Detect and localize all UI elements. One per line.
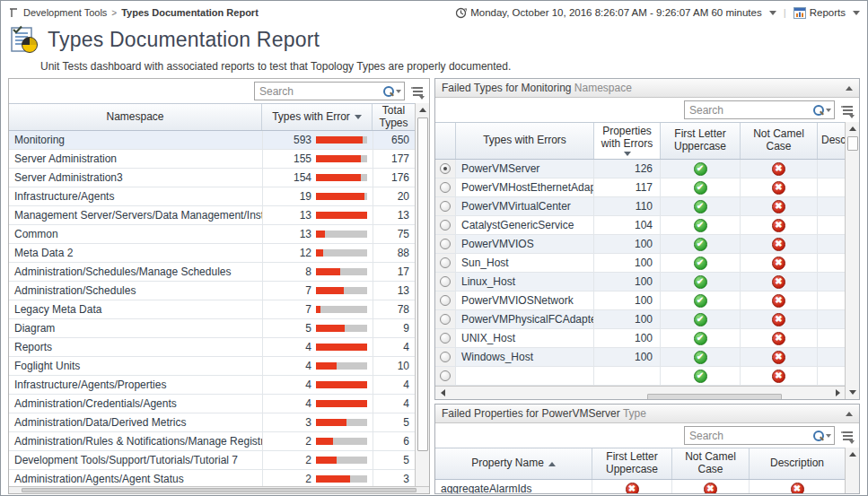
table-row[interactable]: Administration/Schedules/Manage Schedule…	[9, 263, 415, 282]
namespace-table-vscrollbar[interactable]	[415, 103, 429, 486]
scroll-left-icon[interactable]	[435, 387, 450, 400]
table-row[interactable]: Administration/Credentials/Agents44	[9, 395, 415, 413]
table-row[interactable]: Sun_Host100	[435, 254, 845, 273]
search-options-icon[interactable]	[826, 109, 831, 112]
panel-title-text: Failed Properties for PowerVMServer	[442, 407, 620, 420]
column-header-namespace[interactable]: Namespace	[9, 104, 262, 130]
error-ratio-bar-fill	[316, 249, 323, 257]
table-row[interactable]: Management Server/Servers/Data Managemen…	[9, 206, 415, 225]
row-radio[interactable]	[440, 220, 451, 231]
scrollbar-thumb[interactable]	[417, 117, 428, 451]
table-row[interactable]: Reports44	[9, 338, 415, 357]
failed-properties-vscrollbar[interactable]	[845, 448, 859, 493]
sort-asc-icon	[548, 462, 556, 466]
table-row[interactable]: PowerVMPhysicalFCAdapter100	[435, 310, 845, 329]
row-radio[interactable]	[440, 239, 451, 249]
errors-value: 7	[305, 303, 311, 316]
pass-icon	[694, 162, 707, 176]
table-customizer-icon[interactable]	[841, 430, 855, 442]
table-row[interactable]: PowerVMVIOSNetwork100	[435, 292, 845, 310]
first-letter-uppercase-cell	[661, 367, 741, 385]
table-row[interactable]: aggregateAlarmIds	[435, 480, 845, 493]
scrollbar-thumb[interactable]	[847, 136, 858, 151]
row-radio[interactable]	[440, 295, 451, 306]
search-icon[interactable]	[382, 86, 393, 97]
table-row[interactable]: PowerVMVirtualCenter110	[435, 197, 845, 216]
reports-menu[interactable]: Reports	[793, 7, 860, 19]
scroll-down-icon[interactable]	[846, 386, 860, 399]
errors-value: 8	[305, 265, 311, 278]
table-row[interactable]: Server Administration155177	[9, 150, 415, 169]
time-range-selector[interactable]: Monday, October 10, 2016 8:26:07 AM - 9:…	[455, 7, 776, 19]
column-header-first-letter-uppercase[interactable]: First Letter Uppercase	[592, 448, 672, 479]
search-input[interactable]	[689, 104, 812, 117]
failed-types-hscrollbar[interactable]	[435, 386, 845, 399]
scroll-up-icon[interactable]	[846, 448, 860, 461]
failed-types-vscrollbar[interactable]	[845, 122, 859, 399]
select-cell	[435, 273, 456, 291]
search-options-icon[interactable]	[826, 434, 831, 438]
column-header-not-camel-case[interactable]: Not Camel Case	[741, 123, 818, 159]
table-customizer-icon[interactable]	[411, 85, 425, 98]
table-row[interactable]: CatalystGenericService104	[435, 216, 845, 235]
row-radio[interactable]	[440, 257, 451, 268]
scrollbar-thumb[interactable]	[647, 394, 782, 399]
table-row[interactable]: Common1375	[9, 225, 415, 244]
table-row[interactable]: Development Tools/Support/Tutorials/Tuto…	[9, 451, 415, 470]
table-row[interactable]: Administration/Data/Derived Metrics35	[9, 413, 415, 432]
row-radio[interactable]	[440, 370, 451, 381]
column-header-types-with-error[interactable]: Types with Error	[262, 104, 373, 130]
table-row[interactable]: Administration/Schedules713	[9, 282, 415, 300]
row-radio[interactable]	[440, 314, 451, 325]
table-row[interactable]: PowerVMVIOS100	[435, 235, 845, 254]
search-icon[interactable]	[812, 105, 823, 116]
row-radio[interactable]	[440, 201, 451, 212]
scroll-right-icon[interactable]	[830, 387, 845, 400]
search-options-icon[interactable]	[396, 90, 401, 93]
column-header-description[interactable]: Description	[818, 123, 845, 159]
row-radio[interactable]	[440, 182, 451, 193]
column-header-not-camel-case[interactable]: Not Camel Case	[672, 448, 750, 479]
column-header-total-types[interactable]: Total Types	[373, 104, 415, 130]
row-radio[interactable]	[440, 163, 451, 174]
table-row[interactable]: Diagram59	[9, 319, 415, 338]
search-icon[interactable]	[812, 431, 823, 441]
column-header-description[interactable]: Description	[750, 448, 845, 479]
breadcrumb-parent[interactable]: Development Tools	[23, 7, 107, 18]
row-radio[interactable]	[440, 276, 451, 287]
scroll-up-icon[interactable]	[416, 103, 430, 117]
column-header-property-name[interactable]: Property Name	[435, 448, 592, 479]
table-row[interactable]: PowerVMServer126	[435, 160, 845, 178]
search-input[interactable]	[259, 85, 382, 98]
error-ratio-bar	[316, 231, 367, 238]
table-row[interactable]: Administration/Rules & Notifications/Man…	[9, 432, 415, 451]
table-row[interactable]: Infrastructure/Agents1920	[9, 187, 415, 206]
properties-with-errors-cell: 126	[594, 160, 661, 178]
column-header-properties-with-errors[interactable]: Properties with Errors	[594, 123, 661, 159]
table-row[interactable]: Linux_Host100	[435, 273, 845, 292]
table-row[interactable]: Monitoring593650	[9, 131, 415, 150]
table-row[interactable]: Foglight Units410	[9, 357, 415, 376]
table-row[interactable]	[435, 367, 845, 386]
collapse-icon[interactable]	[846, 86, 853, 91]
row-radio[interactable]	[440, 333, 451, 344]
table-row[interactable]: Legacy Meta Data778	[9, 300, 415, 319]
search-input[interactable]	[689, 430, 812, 442]
table-row[interactable]: Meta Data 21288	[9, 244, 415, 263]
table-row[interactable]: PowerVMHostEthernetAdapterPhysicalPort11…	[435, 178, 845, 197]
table-row[interactable]: Windows_Host100	[435, 348, 845, 367]
table-row[interactable]: Administration/Agents/Agent Status23	[9, 470, 415, 486]
namespace-table-hscrollbar[interactable]	[9, 486, 429, 493]
scrollbar-thumb[interactable]	[22, 488, 416, 492]
column-header-first-letter-uppercase[interactable]: First Letter Uppercase	[661, 123, 741, 159]
table-row[interactable]: Infrastructure/Agents/Properties44	[9, 376, 415, 395]
errors-value: 2	[305, 473, 311, 485]
collapse-icon[interactable]	[846, 412, 853, 416]
table-customizer-icon[interactable]	[841, 104, 855, 117]
row-radio[interactable]	[440, 352, 451, 362]
column-header-types-with-errors[interactable]: Types with Errors	[456, 123, 594, 159]
error-ratio-bar	[316, 193, 367, 200]
table-row[interactable]: UNIX_Host100	[435, 329, 845, 348]
table-row[interactable]: Server Administration3154176	[9, 169, 415, 187]
scroll-up-icon[interactable]	[846, 122, 860, 135]
